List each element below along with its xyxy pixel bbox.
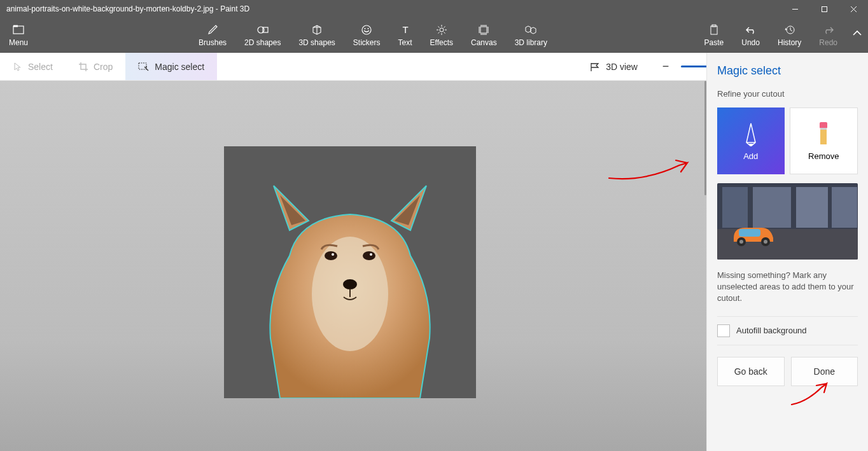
text-icon: T [400, 24, 411, 36]
done-button[interactable]: Done [791, 357, 858, 386]
select-tool[interactable]: Select [0, 53, 66, 80]
svg-point-34 [370, 253, 372, 256]
svg-point-33 [332, 253, 334, 256]
redo-button: Redo [810, 18, 846, 53]
magic-select-tool[interactable]: Magic select [125, 53, 217, 80]
side-panel: Magic select Refine your cutout Add Remo… [706, 53, 868, 451]
panel-subtitle: Refine your cutout [717, 89, 858, 99]
pointer-icon [13, 62, 23, 72]
svg-point-12 [440, 28, 444, 32]
sticker-icon [361, 24, 372, 36]
window-title: animal-portraits-on-white-background-by-… [6, 4, 780, 13]
svg-line-17 [438, 26, 439, 27]
canvas-image[interactable] [224, 146, 476, 398]
shapes-3d-icon [311, 24, 323, 36]
fox-selection [261, 179, 439, 398]
go-back-button[interactable]: Go back [717, 357, 785, 386]
crop-tool[interactable]: Crop [66, 53, 125, 80]
folder-icon [11, 24, 25, 36]
svg-rect-36 [820, 122, 827, 128]
svg-line-18 [444, 32, 445, 33]
2d-shapes-tab[interactable]: 2D shapes [235, 18, 290, 53]
minimize-button[interactable] [780, 0, 809, 18]
flag-icon [589, 62, 601, 72]
svg-rect-37 [820, 128, 827, 144]
preview-thumbnail [717, 183, 858, 260]
library-icon [524, 24, 537, 36]
autofill-checkbox-row[interactable]: Autofill background [717, 316, 858, 345]
panel-help-text: Missing something? Mark any unselected a… [717, 270, 858, 305]
paste-icon [708, 24, 720, 36]
redo-icon [823, 24, 834, 36]
3d-library-tab[interactable]: 3D library [506, 18, 556, 53]
svg-point-43 [764, 240, 767, 244]
svg-text:T: T [402, 24, 408, 35]
brushes-tab[interactable]: Brushes [190, 18, 235, 53]
zoom-out-button[interactable]: − [659, 60, 672, 73]
history-button[interactable]: History [769, 18, 810, 53]
svg-point-41 [739, 240, 743, 244]
svg-rect-21 [480, 27, 487, 33]
paste-button[interactable]: Paste [696, 18, 733, 53]
3d-view-toggle[interactable]: 3D view [577, 53, 650, 80]
history-icon [784, 24, 795, 36]
svg-point-32 [363, 251, 375, 260]
canvas-tab[interactable]: Canvas [462, 18, 506, 53]
autofill-checkbox[interactable] [717, 324, 730, 337]
3d-shapes-tab[interactable]: 3D shapes [290, 18, 344, 53]
undo-button[interactable]: Undo [732, 18, 769, 53]
close-button[interactable] [839, 0, 868, 18]
magic-select-icon [138, 62, 150, 72]
stickers-tab[interactable]: Stickers [344, 18, 389, 53]
effects-tab[interactable]: Effects [421, 18, 462, 53]
effects-icon [436, 24, 447, 36]
svg-point-31 [325, 251, 337, 260]
svg-point-9 [365, 28, 366, 29]
svg-point-10 [368, 28, 369, 29]
car-icon [727, 220, 778, 247]
panel-title: Magic select [717, 64, 858, 78]
svg-rect-38 [820, 128, 827, 130]
svg-line-19 [438, 32, 439, 33]
svg-rect-1 [822, 6, 827, 11]
maximize-button[interactable] [809, 0, 839, 18]
svg-rect-29 [139, 63, 146, 69]
canvas-icon [478, 24, 489, 36]
brush-icon [207, 24, 218, 36]
add-tile[interactable]: Add [717, 108, 785, 174]
text-tab[interactable]: T Text [389, 18, 421, 53]
svg-rect-26 [711, 26, 717, 34]
pencil-add-icon [741, 121, 760, 146]
shapes-2d-icon [256, 24, 269, 36]
ribbon: Menu Brushes 2D shapes 3D shapes Sticker… [0, 18, 868, 53]
crop-icon [78, 62, 88, 72]
svg-point-8 [362, 25, 371, 34]
svg-rect-4 [13, 26, 24, 34]
svg-rect-39 [739, 229, 760, 237]
svg-line-20 [444, 26, 445, 27]
svg-point-35 [343, 279, 357, 289]
eraser-icon [817, 121, 830, 146]
remove-tile[interactable]: Remove [790, 108, 858, 174]
menu-button[interactable]: Menu [0, 18, 37, 53]
collapse-ribbon-icon[interactable] [851, 29, 863, 37]
titlebar: animal-portraits-on-white-background-by-… [0, 0, 868, 18]
canvas-area[interactable] [0, 81, 706, 451]
undo-icon [745, 24, 757, 36]
